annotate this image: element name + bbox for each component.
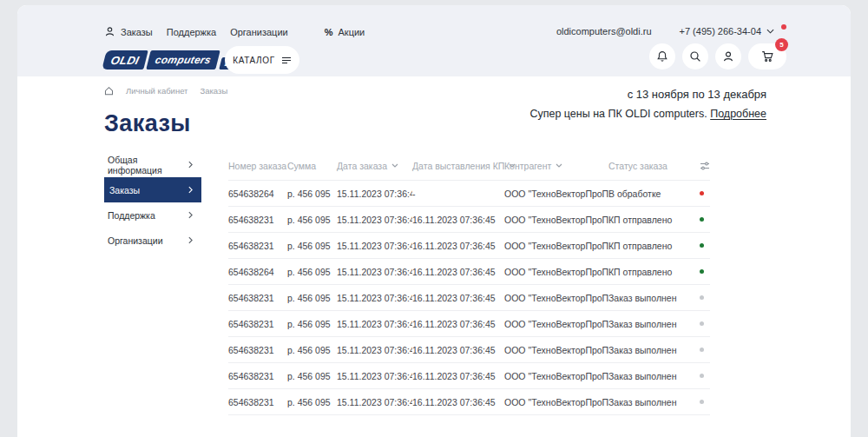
promo-banner: с 13 ноября по 13 декабря Супер цены на …: [529, 88, 766, 120]
sidebar-item-label: Общая информация: [108, 155, 188, 175]
cart-count-badge: 5: [775, 38, 788, 51]
table-row[interactable]: 654638231р. 456 09515.11.2023 07:36:4516…: [228, 310, 710, 336]
sidebar-item-organizations[interactable]: Организации: [104, 228, 201, 253]
email-link[interactable]: oldicomputers@oldi.ru: [556, 26, 652, 36]
cell-amount: р. 456 095: [287, 267, 337, 277]
cell-number: 654638264: [228, 189, 287, 199]
chevron-right-icon: [188, 161, 193, 169]
nav-organizations-link[interactable]: Организации: [230, 27, 288, 37]
page-card: Заказы Поддержка Организации % Акции old…: [17, 5, 851, 437]
col-order-date[interactable]: Дата заказа: [337, 161, 412, 171]
status-dot: [700, 348, 704, 352]
breadcrumb: Личный кабинет Заказы: [104, 86, 227, 96]
col-amount: Сумма: [287, 161, 337, 171]
col-counterparty[interactable]: Контрагент: [504, 161, 608, 171]
nav-promotions-label: Акции: [338, 27, 365, 37]
nav-orders-link[interactable]: Заказы: [104, 26, 153, 37]
cell-counterparty: ООО "ТехноВекторПроП…: [504, 189, 608, 199]
status-dot: [700, 321, 704, 326]
cell-number: 654638231: [228, 397, 287, 407]
account-button[interactable]: [715, 43, 741, 70]
cell-status: КП отправлено: [608, 215, 693, 225]
top-navigation: Заказы Поддержка Организации % Акции: [104, 26, 365, 37]
breadcrumb-account[interactable]: Личный кабинет: [126, 86, 187, 96]
cell-kp-date: 16.11.2023 07:36:45: [412, 345, 504, 355]
table-row[interactable]: 654638264р. 456 09515.11.2023 07:36:4516…: [228, 258, 710, 284]
cart-button[interactable]: 5: [748, 43, 786, 70]
cell-amount: р. 456 095: [287, 293, 337, 303]
cell-amount: р. 456 095: [287, 241, 337, 251]
cell-kp-date: 16.11.2023 07:36:45: [412, 397, 504, 407]
cell-status-indicator: [693, 243, 710, 248]
table-row[interactable]: 654638264р. 456 09515.11.2023 07:36:45-О…: [228, 180, 710, 206]
table-row[interactable]: 654638231р. 456 09515.11.2023 07:36:4516…: [228, 232, 710, 258]
cell-kp-date: 16.11.2023 07:36:45: [412, 215, 504, 225]
cell-kp-date: -: [412, 189, 504, 199]
cell-order-date: 15.11.2023 07:36:45: [337, 189, 412, 199]
filter-sliders-icon: [700, 162, 710, 170]
table-row[interactable]: 654638231р. 456 09515.11.2023 07:36:4516…: [228, 388, 710, 414]
cell-order-date: 15.11.2023 07:36:45: [337, 215, 412, 225]
catalog-button[interactable]: КАТАЛОГ: [225, 46, 299, 74]
status-dot: [700, 374, 704, 378]
cell-status: КП отправлено: [608, 241, 693, 251]
percent-icon: %: [325, 27, 333, 37]
cart-icon: [761, 50, 774, 63]
table-row[interactable]: 654638231р. 456 09515.11.2023 07:36:4516…: [228, 284, 710, 310]
notifications-button[interactable]: [649, 43, 675, 70]
sidebar-item-label: Заказы: [109, 185, 140, 195]
status-dot: [700, 400, 704, 404]
logo-brand: OLDI: [102, 50, 148, 70]
cell-status-indicator: [693, 321, 710, 326]
table-row[interactable]: 654638231р. 456 09515.11.2023 07:36:4516…: [228, 336, 710, 362]
sidebar-item-general-info[interactable]: Общая информация: [104, 152, 201, 177]
chevron-down-icon: [766, 29, 774, 34]
sidebar-item-orders[interactable]: Заказы: [104, 177, 201, 202]
sidebar-item-support[interactable]: Поддержка: [104, 202, 201, 228]
cell-order-date: 15.11.2023 07:36:45: [337, 345, 412, 355]
catalog-button-label: КАТАЛОГ: [233, 56, 274, 65]
cell-number: 654638231: [228, 319, 287, 329]
nav-support-link[interactable]: Поддержка: [167, 27, 216, 37]
cell-amount: р. 456 095: [287, 189, 337, 199]
chevron-right-icon: [188, 211, 193, 219]
logo-name: computers: [147, 50, 221, 70]
cell-status: Заказ выполнен: [608, 371, 693, 381]
menu-lines-icon: [281, 56, 292, 64]
topbar-contacts: oldicomputers@oldi.ru +7 (495) 266-34-04: [556, 26, 786, 36]
cell-amount: р. 456 095: [287, 371, 337, 381]
cell-counterparty: ООО "ТехноВекторПроП…: [504, 397, 608, 407]
nav-promotions-link[interactable]: % Акции: [325, 27, 365, 37]
cell-counterparty: ООО "ТехноВекторПроП…: [504, 215, 608, 225]
table-filter-button[interactable]: [693, 162, 710, 170]
phone-number: +7 (495) 266-34-04: [680, 26, 761, 36]
table-row[interactable]: 654638231р. 456 09515.11.2023 07:36:4516…: [228, 206, 710, 232]
promo-more-link[interactable]: Подробнее: [710, 108, 766, 120]
account-sidebar: Общая информация Заказы Поддержка Органи…: [104, 152, 201, 253]
status-dot: [700, 269, 704, 274]
nav-orders-label: Заказы: [121, 27, 153, 37]
home-icon[interactable]: [104, 86, 114, 96]
cell-number: 654638264: [228, 267, 287, 277]
cell-status-indicator: [693, 295, 710, 300]
phone-link[interactable]: +7 (495) 266-34-04: [680, 26, 786, 36]
brand-logo[interactable]: OLDI computers b2b: [104, 50, 242, 70]
status-dot: [700, 191, 704, 195]
chevron-right-icon: [188, 236, 193, 244]
nav-support-label: Поддержка: [167, 27, 216, 37]
cell-counterparty: ООО "ТехноВекторПроП…: [504, 345, 608, 355]
search-icon: [689, 50, 701, 63]
table-row[interactable]: 654638231р. 456 09515.11.2023 07:36:4516…: [228, 362, 710, 388]
cell-number: 654638231: [228, 241, 287, 251]
promo-dates: с 13 ноября по 13 декабря: [529, 88, 766, 101]
cell-status: Заказ выполнен: [608, 319, 693, 329]
status-dot: [700, 295, 704, 300]
search-button[interactable]: [682, 43, 708, 70]
cell-kp-date: 16.11.2023 07:36:45: [412, 371, 504, 381]
cell-number: 654638231: [228, 293, 287, 303]
col-kp-date[interactable]: Дата выставления КП: [412, 161, 504, 171]
cell-order-date: 15.11.2023 07:36:45: [337, 293, 412, 303]
cell-counterparty: ООО "ТехноВекторПроП…: [504, 241, 608, 251]
cell-status: Заказ выполнен: [608, 345, 693, 355]
bell-icon: [656, 50, 668, 63]
